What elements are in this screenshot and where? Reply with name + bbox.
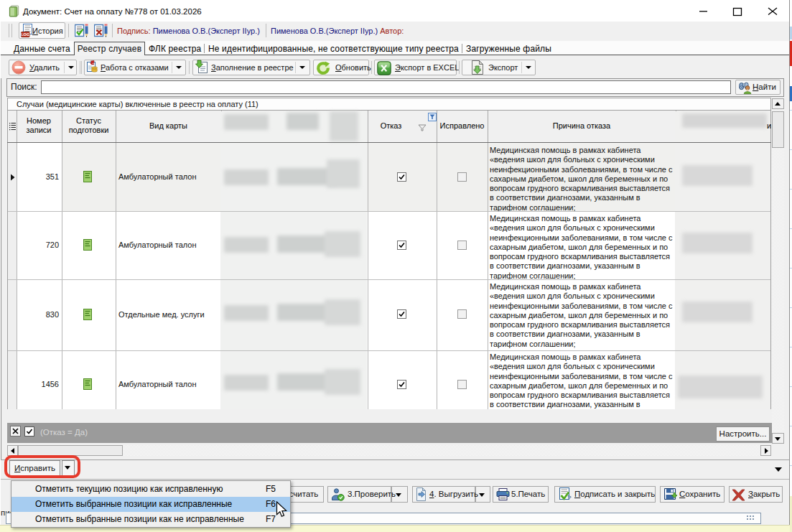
svg-text:LOG: LOG <box>21 32 29 37</box>
